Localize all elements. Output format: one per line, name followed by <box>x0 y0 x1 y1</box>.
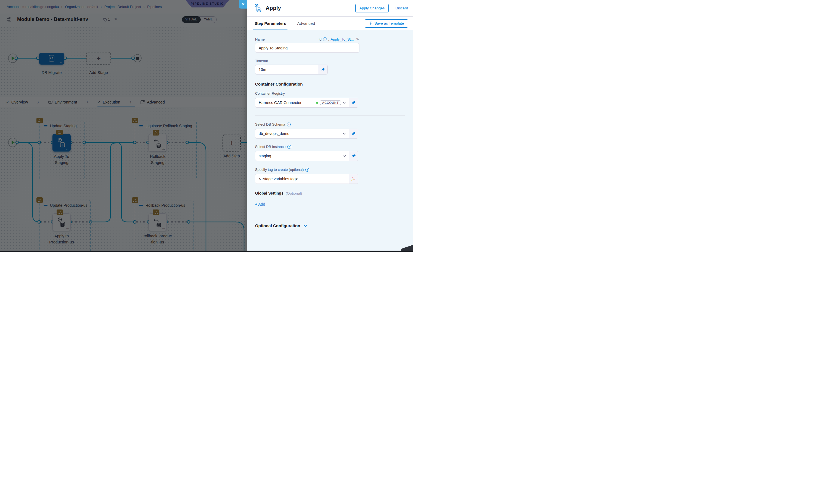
db-schema-label: Select DB Schema <box>255 122 285 126</box>
timeout-value: 10m <box>255 65 318 74</box>
info-icon[interactable]: i <box>305 168 309 172</box>
tag-to-create-label: Specify tag to create (optional) <box>255 168 304 172</box>
step-title: Apply <box>266 5 281 11</box>
scope-badge: ACCOUNT <box>320 101 341 105</box>
db-instance-select[interactable]: staging <box>255 151 358 161</box>
chevron-down-icon[interactable] <box>343 151 346 161</box>
tag-to-create-field[interactable]: <+stage.variables.tag> f(x) <box>255 174 358 184</box>
pin-icon <box>352 132 356 135</box>
discard-button[interactable]: Discard <box>395 6 408 10</box>
add-global-setting-button[interactable]: + Add <box>255 202 405 206</box>
info-icon[interactable]: i <box>287 145 291 149</box>
apply-changes-button[interactable]: Apply Changes <box>355 4 389 12</box>
section-divider <box>255 115 405 116</box>
pin-input-type-button[interactable] <box>349 129 358 138</box>
timeout-label: Timeout <box>255 59 405 63</box>
chevron-down-icon[interactable] <box>343 102 346 104</box>
step-config-panel: Apply Apply Changes Discard Step Paramet… <box>247 0 413 252</box>
chevron-down-icon[interactable] <box>343 129 346 138</box>
container-registry-field[interactable]: Harness GAR Connector ACCOUNT <box>255 98 358 108</box>
optional-configuration-label: Optional Configuration <box>255 223 300 228</box>
tab-step-parameters[interactable]: Step Parameters <box>254 16 286 30</box>
db-schema-select[interactable]: db_devops_demo <box>255 129 358 138</box>
optional-hint: (Optional) <box>286 191 302 195</box>
step-config-header: Apply Apply Changes Discard <box>247 0 413 16</box>
db-instance-value: staging <box>255 151 341 161</box>
pin-input-type-button[interactable] <box>318 65 328 74</box>
pin-icon <box>352 101 356 105</box>
pipeline-studio-app: Account: kurosakiichigo.songoku › Organi… <box>0 0 413 252</box>
pipeline-studio-main: Account: kurosakiichigo.songoku › Organi… <box>0 0 247 252</box>
bottom-edge-bar <box>0 251 413 252</box>
info-icon[interactable]: i <box>287 123 291 126</box>
timeout-field[interactable]: 10m <box>255 65 328 74</box>
tab-step-advanced[interactable]: Advanced <box>297 16 315 30</box>
save-as-template-button[interactable]: Save as Template <box>365 19 408 27</box>
step-parameters-form: Name Id i : Apply_To_St... ✎ Timeout 10m <box>247 30 413 228</box>
chevron-down-icon <box>303 225 307 227</box>
close-drawer-button[interactable]: ✕ <box>239 0 247 9</box>
step-config-tabs: Step Parameters Advanced Save as Templat… <box>247 16 413 30</box>
expression-fx-button[interactable]: f(x) <box>349 174 358 184</box>
db-schema-value: db_devops_demo <box>255 129 341 138</box>
modal-dim-overlay <box>0 0 247 252</box>
name-label: Name <box>255 37 265 42</box>
section-divider <box>255 216 405 216</box>
id-separator: : <box>328 37 329 42</box>
db-instance-label: Select DB Instance <box>255 145 286 149</box>
optional-configuration-toggle[interactable]: Optional Configuration <box>255 223 405 228</box>
upload-icon <box>369 21 372 25</box>
tag-to-create-value: <+stage.variables.tag> <box>255 174 349 184</box>
name-input[interactable] <box>255 43 359 53</box>
pin-input-type-button[interactable] <box>349 151 358 161</box>
global-settings-label: Global Settings <box>255 191 284 195</box>
connector-status-dot <box>316 102 318 104</box>
db-apply-icon <box>254 4 262 13</box>
container-registry-label: Container Registry <box>255 91 405 96</box>
info-icon[interactable]: i <box>323 37 327 41</box>
pin-icon <box>352 154 356 158</box>
pin-input-type-button[interactable] <box>349 98 358 107</box>
id-value-link[interactable]: Apply_To_St... <box>331 37 354 42</box>
edit-id-icon[interactable]: ✎ <box>356 37 359 42</box>
pin-icon <box>321 68 325 71</box>
container-registry-value: Harness GAR Connector <box>255 98 316 107</box>
id-label: Id <box>318 37 321 42</box>
container-configuration-heading: Container Configuration <box>255 82 405 86</box>
